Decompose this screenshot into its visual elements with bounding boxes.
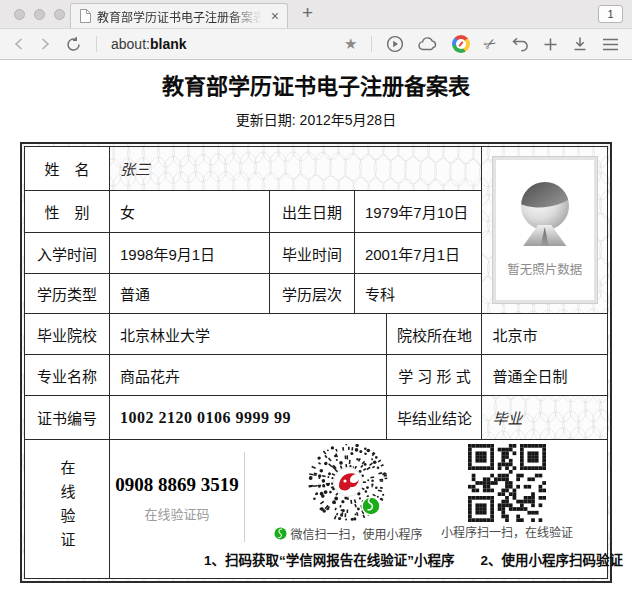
tab-counter-button[interactable]: 1 xyxy=(598,5,623,23)
undo-icon[interactable] xyxy=(511,36,529,52)
verify-code-caption: 在线验证码 xyxy=(145,504,210,523)
cert-no-label: 证书编号 xyxy=(25,396,110,440)
browser-chrome: 教育部学历证书电子注册备案表 × + 1 about:blank ★ xyxy=(0,0,632,60)
window-minimize-button[interactable] xyxy=(34,9,45,20)
instruction-step-1: 1、扫码获取“学信网报告在线验证”小程序 xyxy=(204,549,455,569)
edu-level-value: 专科 xyxy=(354,274,482,314)
graduation-date-value: 2001年7月1日 xyxy=(354,233,482,274)
forward-button[interactable] xyxy=(39,37,51,51)
qr-area: 微信扫一扫，使用小程序 小程序扫一扫，在线验证 xyxy=(244,444,607,544)
enroll-date-value: 1998年9月1日 xyxy=(110,233,270,274)
toolbar-separator xyxy=(96,36,97,52)
study-form-value: 普通全日制 xyxy=(482,355,608,396)
graduation-date-label: 毕业时间 xyxy=(269,233,354,274)
table-row: 专业名称 商品花卉 学 习 形 式 普通全日制 xyxy=(25,355,608,396)
photo-placeholder-text: 暂无照片数据 xyxy=(507,259,582,278)
birth-date-value: 1979年7月10日 xyxy=(354,191,482,233)
school-value: 北京林业大学 xyxy=(110,314,387,355)
browser-toolbar: about:blank ★ ✂ xyxy=(0,28,632,60)
gender-label: 性 别 xyxy=(25,191,110,233)
back-button[interactable] xyxy=(13,37,25,51)
cert-no-value: 1002 2120 0106 9999 99 xyxy=(110,396,387,440)
person-avatar-icon xyxy=(515,182,575,246)
window-close-button[interactable] xyxy=(14,9,25,20)
table-row: 证书编号 1002 2120 0106 9999 99 毕结业结论 毕业 xyxy=(25,396,608,440)
compass-needle xyxy=(459,41,464,47)
photo-cell: 暂无照片数据 xyxy=(482,147,608,314)
table-row: 在线验证 0908 8869 3519 在线验证码 xyxy=(25,440,608,579)
screenshot-scissors-icon[interactable]: ✂ xyxy=(481,33,501,55)
bookmark-star-icon[interactable]: ★ xyxy=(344,35,357,53)
birth-date-label: 出生日期 xyxy=(269,191,354,233)
miniprogram-qr-column: 小程序扫一扫，在线验证 xyxy=(437,444,577,544)
download-icon[interactable] xyxy=(572,36,588,52)
online-verify-cell: 0908 8869 3519 在线验证码 xyxy=(110,440,608,579)
new-tab-button[interactable]: + xyxy=(302,2,313,24)
miniprogram-qr-code xyxy=(468,444,546,522)
url-host: blank xyxy=(150,36,187,52)
gender-value: 女 xyxy=(110,191,270,233)
miniprogram-qr-caption: 小程序扫一扫，在线验证 xyxy=(441,523,573,540)
url-scheme: about: xyxy=(111,36,150,52)
reload-button[interactable] xyxy=(65,36,82,53)
window-zoom-button[interactable] xyxy=(54,9,65,20)
wechat-miniprogram-icon xyxy=(274,527,287,540)
scan-instructions: 1、扫码获取“学信网报告在线验证”小程序 2、使用小程序扫码验证 xyxy=(204,549,623,569)
add-icon[interactable] xyxy=(543,37,558,52)
tab-bar: 教育部学历证书电子注册备案表 × + 1 xyxy=(0,0,632,28)
study-form-label: 学 习 形 式 xyxy=(387,355,482,396)
edu-level-label: 学历层次 xyxy=(269,274,354,314)
major-value: 商品花卉 xyxy=(110,355,387,396)
document-page: 教育部学历证书电子注册备案表 更新日期: 2012年5月28日 姓 名 张三 xyxy=(0,73,632,583)
update-date: 更新日期: 2012年5月28日 xyxy=(0,112,632,129)
edu-type-label: 学历类型 xyxy=(25,274,110,314)
cloud-sync-icon[interactable] xyxy=(418,36,438,52)
instruction-step-2: 2、使用小程序扫码验证 xyxy=(481,549,624,569)
page-title: 教育部学历证书电子注册备案表 xyxy=(0,73,632,101)
conclusion-value: 毕业 xyxy=(482,396,608,440)
menu-icon[interactable] xyxy=(602,38,619,51)
tab-close-icon[interactable]: × xyxy=(271,9,279,23)
verify-code-block: 0908 8869 3519 在线验证码 xyxy=(110,452,244,544)
toolbar-separator xyxy=(371,36,372,52)
enroll-date-label: 入学时间 xyxy=(25,233,110,274)
conclusion-label: 毕结业结论 xyxy=(387,396,482,440)
table-row: 姓 名 张三 暂无照片数据 xyxy=(25,147,608,191)
browser-logo-icon[interactable] xyxy=(452,35,470,53)
name-label: 姓 名 xyxy=(25,147,110,191)
tab-title: 教育部学历证书电子注册备案表 xyxy=(97,8,265,25)
school-label: 毕业院校 xyxy=(25,314,110,355)
avatar-hair xyxy=(521,182,569,214)
media-play-icon[interactable] xyxy=(386,35,404,53)
wechat-circular-qr-code xyxy=(308,444,388,524)
school-location-value: 北京市 xyxy=(482,314,608,355)
verify-code: 0908 8869 3519 xyxy=(115,474,239,496)
school-location-label: 院校所在地 xyxy=(387,314,482,355)
address-bar[interactable]: about:blank xyxy=(111,36,344,52)
window-controls xyxy=(14,9,65,20)
photo-placeholder-box: 暂无照片数据 xyxy=(493,157,597,303)
edu-type-value: 普通 xyxy=(110,274,270,314)
record-table: 姓 名 张三 暂无照片数据 性 别 女 出生日期 xyxy=(20,142,612,583)
wechat-qr-column: 微信扫一扫，使用小程序 xyxy=(278,444,418,544)
online-verify-label: 在线验证 xyxy=(25,440,110,579)
major-label: 专业名称 xyxy=(25,355,110,396)
page-icon xyxy=(79,9,91,23)
wechat-qr-caption: 微信扫一扫，使用小程序 xyxy=(274,525,423,542)
name-value: 张三 xyxy=(110,147,482,191)
browser-tab[interactable]: 教育部学历证书电子注册备案表 × xyxy=(70,3,288,28)
table-row: 毕业院校 北京林业大学 院校所在地 北京市 xyxy=(25,314,608,355)
